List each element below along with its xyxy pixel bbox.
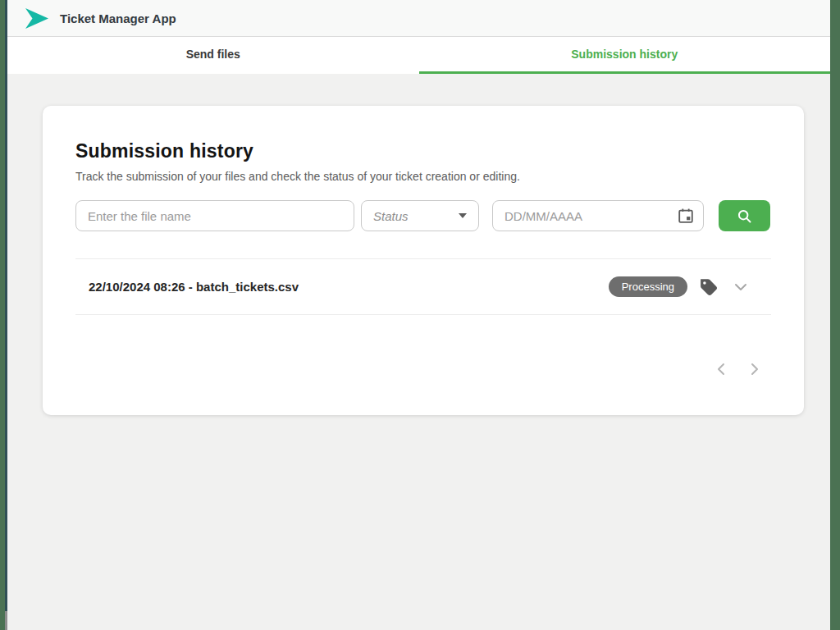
chevron-right-icon xyxy=(747,362,761,377)
tab-submission-history[interactable]: Submission history xyxy=(419,37,831,74)
submission-row[interactable]: 22/10/2024 08:26 - batch_tickets.csv Pro… xyxy=(75,259,771,315)
submission-row-label: 22/10/2024 08:26 - batch_tickets.csv xyxy=(89,280,609,294)
page-subtitle: Track the submission of your files and c… xyxy=(75,170,771,183)
desktop-edge-right xyxy=(830,0,840,630)
search-icon xyxy=(736,208,753,225)
page-title: Submission history xyxy=(75,140,771,162)
date-input[interactable] xyxy=(492,200,704,231)
desktop-edge-left-bottom xyxy=(5,611,7,630)
chevron-left-icon xyxy=(714,362,728,377)
row-expand-button[interactable] xyxy=(733,279,749,295)
tab-send-files-label: Send files xyxy=(186,48,240,61)
app-header: Ticket Manager App xyxy=(7,0,830,37)
caret-down-icon xyxy=(459,213,467,218)
filter-bar: Status xyxy=(75,200,771,231)
pagination-prev-button[interactable] xyxy=(714,362,728,377)
tag-icon xyxy=(698,276,719,297)
calendar-picker-button[interactable] xyxy=(677,207,695,225)
search-button[interactable] xyxy=(719,200,770,231)
calendar-icon xyxy=(677,207,695,225)
status-badge: Processing xyxy=(609,276,687,297)
tab-send-files[interactable]: Send files xyxy=(7,37,419,74)
submission-history-card: Submission history Track the submission … xyxy=(43,106,804,415)
status-select-value: Status xyxy=(373,209,409,223)
tag-button[interactable] xyxy=(698,276,719,297)
chevron-down-icon xyxy=(733,279,749,295)
status-select[interactable]: Status xyxy=(361,200,479,231)
tab-submission-history-label: Submission history xyxy=(571,48,678,61)
pagination xyxy=(75,362,771,377)
file-name-input[interactable] xyxy=(75,200,354,231)
pagination-next-button[interactable] xyxy=(747,362,761,377)
desktop-edge-left-inner xyxy=(5,0,7,611)
app-logo-icon xyxy=(25,7,49,30)
date-field xyxy=(492,200,704,231)
main-area: Submission history Track the submission … xyxy=(7,74,830,415)
tab-bar: Send files Submission history xyxy=(7,37,830,74)
app-window: Ticket Manager App Send files Submission… xyxy=(7,0,830,630)
app-title: Ticket Manager App xyxy=(60,11,176,25)
